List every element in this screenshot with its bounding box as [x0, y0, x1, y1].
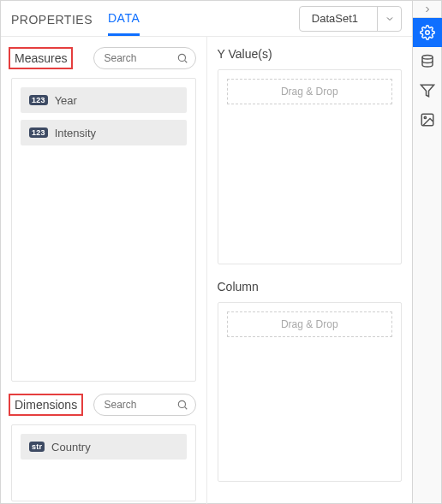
svg-point-5 [422, 56, 433, 60]
measures-heading: Measures [11, 50, 70, 67]
dimensions-list: str Country [11, 424, 196, 501]
svg-marker-6 [421, 85, 433, 97]
yvalues-container: Drag & Drop [218, 69, 403, 264]
numeric-type-icon: 123 [29, 95, 48, 105]
field-item[interactable]: 123 Intensity [21, 120, 187, 145]
gear-icon[interactable] [413, 18, 442, 47]
dimensions-search-input[interactable] [105, 399, 164, 411]
filter-icon[interactable] [413, 76, 442, 105]
column-heading: Column [218, 280, 403, 294]
collapse-toggle[interactable] [413, 1, 441, 18]
svg-line-1 [184, 61, 187, 63]
svg-point-2 [178, 400, 185, 407]
svg-line-3 [184, 407, 187, 410]
measures-search[interactable] [93, 47, 196, 69]
field-item[interactable]: str Country [21, 434, 187, 460]
tab-properties[interactable]: PROPERTIES [11, 3, 93, 35]
measures-search-input[interactable] [105, 52, 164, 64]
side-toolbar [413, 0, 442, 504]
yvalues-dropzone[interactable]: Drag & Drop [227, 79, 393, 104]
chevron-down-icon [377, 7, 401, 31]
tab-data[interactable]: DATA [108, 1, 140, 36]
column-dropzone[interactable]: Drag & Drop [227, 311, 393, 337]
yvalues-heading: Y Value(s) [218, 47, 403, 61]
svg-point-8 [424, 116, 426, 118]
field-label: Year [55, 94, 77, 107]
field-label: Country [51, 441, 91, 454]
svg-point-0 [178, 54, 185, 61]
search-icon [176, 52, 188, 64]
numeric-type-icon: 123 [29, 127, 48, 138]
field-label: Intensity [55, 127, 96, 139]
data-icon[interactable] [413, 47, 442, 76]
top-tabs: PROPERTIES DATA DataSet1 [1, 1, 412, 37]
dataset-name: DataSet1 [300, 12, 377, 25]
svg-point-4 [425, 31, 429, 35]
field-item[interactable]: 123 Year [21, 87, 187, 113]
measures-list: 123 Year 123 Intensity [11, 78, 196, 382]
dimensions-search[interactable] [93, 394, 196, 416]
image-icon[interactable] [413, 105, 442, 134]
search-icon [176, 399, 188, 411]
dimensions-heading: Dimensions [11, 396, 81, 413]
dataset-selector[interactable]: DataSet1 [299, 6, 402, 32]
column-container: Drag & Drop [218, 302, 403, 482]
string-type-icon: str [29, 442, 45, 452]
